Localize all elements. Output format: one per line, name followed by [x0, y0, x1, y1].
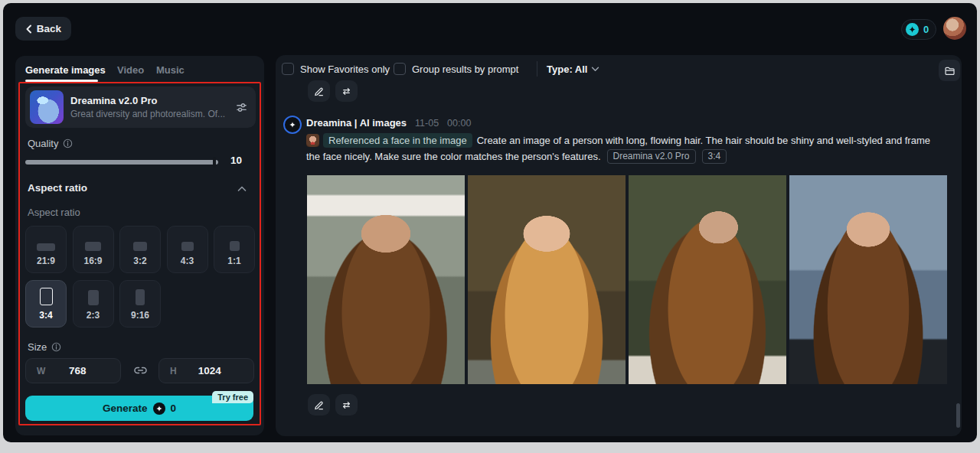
show-favorites-checkbox[interactable] — [282, 63, 294, 75]
repeat-icon — [341, 399, 352, 411]
assets-button[interactable] — [939, 60, 960, 81]
message-time: 00:00 — [447, 118, 471, 129]
ratio-option-label: 3:4 — [39, 310, 52, 321]
aspect-option-3-4[interactable]: 3:4 — [25, 280, 67, 328]
aspect-ratio-section-header[interactable]: Aspect ratio — [28, 182, 87, 194]
sidebar-panel: Generate images Video Music Dreamina v2.… — [15, 56, 264, 435]
regenerate-button[interactable] — [335, 394, 358, 416]
message-header: Dreamina | AI images 11-05 00:00 — [306, 117, 471, 129]
ratio-shape-icon — [133, 242, 147, 251]
ratio-chip: 3:4 — [702, 149, 727, 164]
message-date: 11-05 — [415, 118, 439, 129]
aspect-option-16-9[interactable]: 16:9 — [73, 226, 114, 273]
credit-coin-icon — [153, 402, 165, 415]
width-dim-label: W — [37, 366, 45, 376]
chevron-up-icon[interactable] — [237, 186, 247, 192]
group-results-label[interactable]: Group results by prompt — [412, 64, 518, 75]
reference-face-thumbnail[interactable] — [306, 134, 319, 147]
filter-divider — [537, 61, 537, 77]
chevron-down-icon — [591, 67, 599, 72]
ratio-option-label: 2:3 — [87, 310, 100, 321]
generated-image-2[interactable] — [468, 175, 626, 384]
edit-prompt-button[interactable] — [308, 80, 330, 102]
tab-music[interactable]: Music — [156, 64, 185, 76]
aspect-option-4-3[interactable]: 4:3 — [167, 226, 208, 273]
height-value[interactable]: 1024 — [177, 365, 243, 376]
active-tab-underline — [25, 80, 98, 82]
model-chip: Dreamina v2.0 Pro — [607, 149, 696, 164]
model-settings-icon[interactable] — [235, 101, 248, 114]
quality-label: Quality — [28, 138, 73, 149]
aspect-option-2-3[interactable]: 2:3 — [73, 280, 114, 328]
ratio-shape-icon — [88, 290, 99, 305]
group-results-checkbox[interactable] — [394, 63, 406, 75]
credits-pill[interactable]: 0 — [901, 19, 936, 40]
prompt-text: Referenced a face in the imageCreate an … — [306, 132, 939, 165]
regenerate-button[interactable] — [335, 80, 358, 102]
width-value[interactable]: 768 — [45, 365, 109, 376]
results-panel: Show Favorites only Group results by pro… — [276, 55, 962, 436]
edit-prompt-button[interactable] — [308, 394, 330, 416]
user-avatar[interactable] — [943, 17, 966, 40]
link-dimensions-button[interactable] — [127, 361, 153, 380]
aspect-option-21-9[interactable]: 21:9 — [25, 226, 67, 273]
ratio-option-label: 4:3 — [181, 256, 194, 266]
tab-video[interactable]: Video — [117, 64, 144, 76]
ratio-shape-icon — [181, 242, 194, 251]
reference-face-chip: Referenced a face in the image — [323, 133, 472, 148]
scrollbar-thumb[interactable] — [956, 403, 960, 428]
credits-count: 0 — [923, 24, 929, 35]
ratio-shape-icon — [40, 288, 53, 305]
ratio-option-label: 16:9 — [83, 256, 102, 266]
model-name: Dreamina v2.0 Pro — [70, 95, 228, 106]
ratio-shape-icon — [136, 289, 145, 305]
ratio-option-label: 21:9 — [37, 256, 55, 266]
pencil-icon — [313, 86, 325, 97]
aspect-option-1-1[interactable]: 1:1 — [214, 226, 255, 273]
ratio-shape-icon — [230, 241, 240, 251]
generate-button[interactable]: Generate 0 Try free — [25, 396, 253, 421]
info-icon — [63, 139, 73, 148]
ratio-shape-icon — [85, 242, 101, 251]
model-thumbnail — [30, 90, 64, 124]
ratio-option-label: 9:16 — [131, 310, 149, 321]
try-free-badge: Try free — [212, 391, 253, 403]
width-field[interactable]: W 768 — [25, 358, 121, 383]
size-label: Size — [28, 341, 61, 353]
aspect-option-9-16[interactable]: 9:16 — [119, 280, 161, 328]
info-icon — [51, 342, 61, 352]
message-author: Dreamina | AI images — [306, 117, 407, 129]
type-filter-dropdown[interactable]: Type: All — [547, 64, 599, 75]
ratio-option-label: 3:2 — [133, 256, 146, 266]
quality-slider-handle[interactable] — [213, 157, 216, 168]
credit-coin-icon — [906, 23, 919, 36]
show-favorites-label[interactable]: Show Favorites only — [300, 64, 390, 75]
tab-generate-images[interactable]: Generate images — [25, 64, 106, 76]
chain-link-icon — [133, 365, 148, 376]
chevron-left-icon — [25, 24, 32, 34]
result-images — [307, 175, 947, 384]
model-selector[interactable]: Dreamina v2.0 Pro Great diversity and ph… — [25, 86, 256, 128]
ratio-shape-icon — [37, 243, 55, 251]
generated-image-1[interactable] — [307, 175, 465, 384]
back-button[interactable]: Back — [15, 17, 71, 41]
aspect-ratio-label: Aspect ratio — [28, 207, 80, 218]
app-window: Back 0 Generate images Video Music Dream… — [3, 3, 977, 442]
folder-icon — [944, 65, 956, 77]
aspect-grid: 21:916:93:24:31:13:42:39:16 — [25, 226, 261, 328]
back-label: Back — [37, 23, 61, 34]
generate-label: Generate — [103, 402, 148, 414]
dreamina-logo-icon — [283, 116, 302, 134]
generated-image-4[interactable] — [789, 175, 947, 384]
quality-value: 10 — [230, 155, 242, 166]
height-field[interactable]: H 1024 — [158, 358, 254, 383]
model-description: Great diversity and photorealism. Of... — [70, 109, 228, 119]
aspect-option-3-2[interactable]: 3:2 — [119, 226, 161, 273]
quality-slider[interactable] — [25, 160, 218, 165]
generated-image-3[interactable] — [629, 175, 786, 384]
repeat-icon — [341, 86, 352, 97]
height-dim-label: H — [170, 366, 177, 376]
ratio-option-label: 1:1 — [227, 256, 240, 266]
pencil-icon — [313, 399, 325, 411]
generate-credit-cost: 0 — [171, 402, 177, 414]
